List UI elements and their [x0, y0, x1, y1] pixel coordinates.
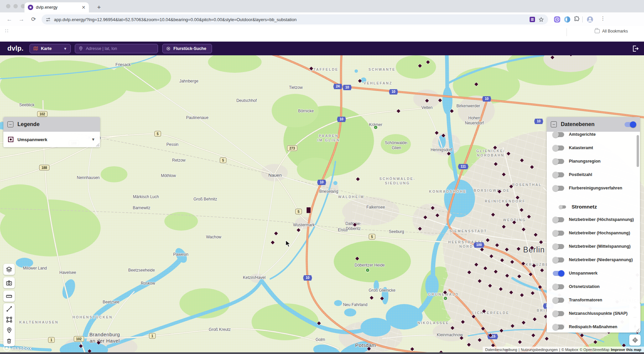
chevron-down-icon[interactable]: ▼	[91, 137, 95, 142]
map-style-dropdown[interactable]: Karte ▼	[30, 44, 71, 53]
section-toggle[interactable]	[559, 205, 566, 208]
tab-title: dvlp.energy	[36, 5, 79, 10]
layer-switch[interactable]	[553, 186, 564, 191]
layer-label: Netzbetreiber (Hochspannung)	[569, 231, 630, 235]
layer-switch[interactable]	[553, 231, 564, 236]
app-header: dvlp. Karte ▼ Adresse | lat, lon Flurstü…	[0, 42, 644, 55]
attribution-link[interactable]: © Mapbox	[561, 348, 578, 352]
scrollbar[interactable]	[637, 135, 639, 167]
profile-avatar[interactable]	[586, 16, 594, 23]
attribution-link[interactable]: Nutzungsbedingungen	[521, 348, 558, 352]
screenshot-button[interactable]	[3, 277, 15, 288]
layer-switch[interactable]	[553, 145, 564, 151]
locate-button[interactable]	[629, 335, 641, 346]
layer-toggle-row: Netzbetreiber (Mittelspannung)	[547, 240, 640, 253]
layers-panel: – Datenebenen AmtsgerichteKatasteramtPla…	[547, 117, 640, 333]
map-icon	[33, 46, 38, 51]
layer-label: Katasteramt	[569, 145, 593, 150]
draw-polygon-tool[interactable]	[3, 314, 15, 325]
reload-button[interactable]: ⟳	[30, 15, 38, 23]
site-settings-icon[interactable]	[46, 17, 51, 22]
substation-symbol-icon	[8, 137, 13, 142]
layer-label: Netzbetreiber (Niederspannung)	[569, 257, 633, 262]
window-bottom-edge	[0, 352, 644, 354]
url-text[interactable]: app.dvlp.energy/?lng=12.96954&lat=52.570…	[54, 17, 526, 22]
extension-badge-icon[interactable]	[530, 17, 535, 22]
layer-switch[interactable]	[553, 324, 564, 330]
layers-icon	[3, 264, 15, 275]
parcel-search-button[interactable]: Flurstück-Suche	[162, 44, 212, 53]
extension-blue-icon[interactable]	[564, 16, 571, 23]
location-pin-icon	[78, 46, 83, 51]
layers-header: – Datenebenen	[547, 117, 640, 132]
bookmarks-bar: All Bookmarks	[0, 26, 644, 42]
layer-switch[interactable]	[553, 159, 564, 164]
layer-switch[interactable]	[553, 284, 564, 289]
layer-toggle-row: Netzbetreiber (Niederspannung)	[547, 253, 640, 267]
attribution-link[interactable]: Datenbeschreibung	[485, 348, 517, 352]
tab-close-icon[interactable]: ✕	[82, 5, 86, 10]
layer-switch[interactable]	[553, 217, 564, 222]
apps-grid-icon[interactable]	[5, 29, 9, 34]
trash-tool[interactable]	[3, 336, 15, 346]
address-bar[interactable]: app.dvlp.energy/?lng=12.96954&lat=52.570…	[42, 14, 548, 24]
layer-switch[interactable]	[553, 244, 564, 249]
layer-toggle-row: Flurbereinigungsverfahren	[547, 181, 640, 195]
extension-clock-icon[interactable]	[553, 16, 561, 23]
layer-toggle-row: Planungsregion	[547, 155, 640, 168]
layers-section-header: Stromnetz	[547, 201, 640, 213]
layer-label: Netzbetreiber (Mittelspannung)	[569, 244, 631, 249]
forward-button[interactable]: →	[17, 15, 25, 23]
layers-master-toggle[interactable]	[625, 122, 636, 127]
collapse-icon[interactable]: –	[7, 121, 13, 127]
draw-line-tool[interactable]	[3, 303, 15, 314]
address-placeholder: Adresse | lat, lon	[86, 46, 117, 51]
measure-button[interactable]	[3, 291, 15, 302]
layer-label: Redispatch-Maßnahmen	[569, 324, 617, 329]
improve-map-link[interactable]: Improve this map	[611, 348, 641, 352]
logout-icon[interactable]	[631, 45, 639, 53]
layer-label: Umspannwerk	[569, 271, 597, 276]
substation-area-marker[interactable]	[307, 208, 311, 213]
browser-tab[interactable]: dvlp.energy ✕	[24, 2, 89, 12]
layer-switch[interactable]	[553, 132, 564, 137]
app-logo: dvlp.	[7, 45, 23, 52]
extensions-puzzle-icon[interactable]	[573, 16, 580, 23]
layer-toggle-row: Ortsnetzstation	[547, 280, 640, 293]
layer-switch[interactable]	[553, 271, 564, 276]
browser-menu-icon[interactable]: ⋮	[600, 15, 605, 21]
layer-toggle-row: Redispatch-Maßnahmen	[547, 320, 640, 333]
collapse-icon[interactable]: –	[551, 121, 557, 127]
parcel-search-icon	[166, 46, 171, 51]
layer-label: Amtsgerichte	[569, 132, 596, 137]
layer-toggle-row: Netzbetreiber (Höchstspannung)	[547, 213, 640, 226]
draw-point-tool[interactable]	[3, 325, 15, 336]
back-button[interactable]: ←	[5, 15, 13, 23]
browser-tabstrip: dvlp.energy ✕ +	[0, 0, 644, 12]
browser-toolbar: ← → ⟳ app.dvlp.energy/?lng=12.96954&lat=…	[0, 12, 644, 26]
browser-window: FriesackJahnbergeTietzowDeutschhofBörnic…	[0, 0, 644, 354]
bookmark-star-icon[interactable]	[538, 17, 544, 22]
layer-switch[interactable]	[553, 311, 564, 316]
resize-handle-icon[interactable]	[96, 143, 99, 146]
tab-favicon	[28, 5, 33, 10]
all-bookmarks-button[interactable]: All Bookmarks	[595, 29, 628, 34]
window-close-button[interactable]	[6, 4, 10, 8]
layer-switch[interactable]	[553, 172, 564, 177]
layer-label: Flurbereinigungsverfahren	[569, 186, 622, 190]
address-search-input[interactable]: Adresse | lat, lon	[75, 44, 158, 53]
layer-label: Transformatoren	[569, 298, 602, 302]
draw-tool-group	[3, 303, 15, 346]
layer-toggle-row: Netzbetreiber (Hochspannung)	[547, 226, 640, 240]
layer-switch[interactable]	[553, 257, 564, 262]
section-title: Stromnetz	[572, 204, 597, 210]
window-minimize-button[interactable]	[13, 4, 18, 8]
layers-tool-button[interactable]	[3, 264, 15, 275]
attribution-link[interactable]: © OpenStreetMap	[580, 348, 609, 352]
layer-switch[interactable]	[553, 298, 564, 303]
map-attribution: Datenbeschreibung| Nutzungsbedingungen| …	[483, 347, 644, 352]
legend-title: Legende	[17, 121, 40, 127]
toolbar-divider	[582, 16, 583, 22]
camera-icon	[3, 277, 15, 288]
new-tab-button[interactable]: +	[95, 3, 103, 12]
